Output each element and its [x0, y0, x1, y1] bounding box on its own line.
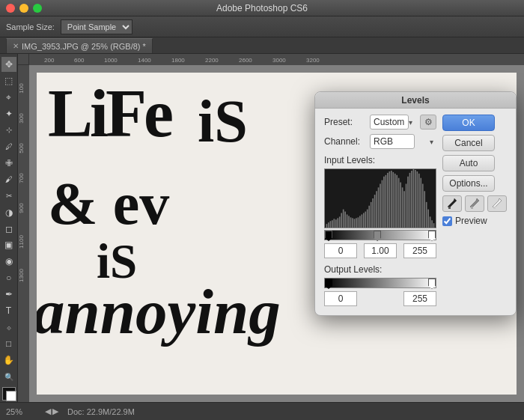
gear-button[interactable]: ⚙ [420, 115, 436, 130]
output-max-field[interactable] [403, 291, 436, 306]
background-color[interactable] [6, 391, 16, 401]
close-icon[interactable]: ✕ [13, 42, 19, 50]
svg-rect-62 [406, 184, 407, 228]
dodge-tool[interactable]: ○ [1, 270, 16, 285]
output-white-point-slider[interactable] [428, 279, 436, 289]
heal-tool[interactable]: ✙ [1, 156, 16, 171]
dialog-left: Preset: Custom ▾ ⚙ Channel: [315, 109, 436, 306]
input-midpoint-slider[interactable] [374, 231, 381, 241]
vertical-ruler: 100 300 500 700 900 1100 1300 [18, 65, 29, 402]
hand-tool[interactable]: ✋ [1, 353, 16, 368]
input-values-row [324, 243, 436, 258]
and-ev-text: & ev [48, 170, 169, 238]
input-black-point-slider[interactable] [325, 231, 332, 241]
svg-rect-38 [362, 214, 363, 228]
minimize-button[interactable] [19, 4, 28, 13]
svg-rect-42 [368, 206, 370, 228]
close-button[interactable] [6, 4, 15, 13]
history-brush-tool[interactable]: ◑ [1, 205, 16, 220]
lasso-tool[interactable]: ⌖ [1, 90, 16, 105]
life-text: LiFe [48, 80, 171, 147]
zoom-tool[interactable]: 🔍 [1, 369, 16, 384]
svg-text:2600: 2600 [239, 57, 252, 64]
move-tool[interactable]: ✥ [1, 57, 16, 72]
output-black-point-slider[interactable] [325, 279, 332, 289]
svg-rect-54 [391, 171, 392, 228]
preview-checkbox[interactable] [442, 216, 452, 226]
auto-button[interactable]: Auto [442, 155, 495, 171]
svg-rect-73 [426, 202, 427, 228]
output-min-field[interactable] [324, 291, 357, 306]
foreground-color[interactable] [2, 387, 16, 401]
input-levels-section: Input Levels: [324, 155, 436, 258]
svg-rect-34 [354, 219, 356, 228]
white-point-eyedropper[interactable] [487, 195, 507, 212]
preset-label: Preset: [324, 117, 365, 127]
svg-rect-27 [341, 213, 342, 228]
ruler-corner [18, 54, 29, 65]
svg-rect-52 [387, 173, 389, 228]
input-max-field[interactable] [403, 243, 436, 258]
type-tool[interactable]: T [1, 303, 16, 318]
magic-wand-tool[interactable]: ✦ [1, 106, 16, 121]
input-min-field[interactable] [324, 243, 357, 258]
svg-rect-68 [417, 171, 418, 228]
gradient-tool[interactable]: ▣ [1, 237, 16, 252]
svg-rect-77 [433, 223, 435, 228]
preset-arrow-icon: ▾ [409, 118, 412, 127]
next-arrow-icon[interactable]: ▶ [52, 407, 58, 416]
svg-rect-35 [356, 218, 357, 228]
marquee-tool[interactable]: ⬚ [1, 73, 16, 88]
svg-rect-57 [396, 175, 397, 228]
brush-tool[interactable]: 🖌 [1, 172, 16, 187]
path-selection-tool[interactable]: ⟐ [1, 320, 16, 335]
ruler-h-svg: 200 600 1000 1400 1800 2200 2600 3000 32… [29, 54, 524, 65]
svg-rect-78 [448, 207, 451, 209]
blur-tool[interactable]: ◉ [1, 254, 16, 269]
eraser-tool[interactable]: ◻ [1, 222, 16, 237]
maximize-button[interactable] [33, 4, 42, 13]
svg-rect-58 [398, 178, 400, 228]
input-slider-track[interactable] [324, 230, 436, 240]
ok-button[interactable]: OK [442, 115, 495, 131]
prev-arrow-icon[interactable]: ◀ [45, 407, 51, 416]
svg-rect-74 [427, 210, 429, 228]
main-area: ✥ ⬚ ⌖ ✦ ⊹ 🖊 ✙ 🖌 ✂ ◑ ◻ ▣ ◉ ○ ✒ T ⟐ □ ✋ 🔍 [0, 54, 524, 402]
svg-rect-26 [339, 216, 341, 228]
sample-size-select[interactable]: Point Sample [61, 19, 132, 34]
svg-rect-37 [359, 216, 361, 228]
svg-rect-29 [344, 212, 346, 228]
input-white-point-slider[interactable] [428, 231, 436, 241]
zoom-level: 25% [6, 407, 36, 416]
svg-rect-43 [371, 202, 372, 228]
svg-rect-75 [430, 216, 431, 228]
gray-point-eyedropper[interactable] [465, 195, 484, 212]
svg-rect-70 [420, 178, 421, 228]
status-bar: 25% ◀ ▶ Doc: 22.9M/22.9M [0, 402, 524, 420]
svg-rect-23 [334, 219, 335, 228]
crop-tool[interactable]: ⊹ [1, 123, 16, 138]
shape-tool[interactable]: □ [1, 336, 16, 351]
ruler-row-top: 200 600 1000 1400 1800 2200 2600 3000 32… [18, 54, 524, 65]
input-mid-field[interactable] [364, 243, 397, 258]
active-tab[interactable]: ✕ IMG_3953.JPG @ 25% (RGB/8) * [6, 38, 153, 53]
black-point-eyedropper[interactable] [442, 195, 462, 212]
svg-rect-31 [348, 216, 350, 228]
preview-label: Preview [455, 216, 487, 226]
pen-tool[interactable]: ✒ [1, 287, 16, 302]
options-button[interactable]: Options... [442, 175, 495, 192]
channel-row: Channel: RGB ▾ [324, 134, 436, 149]
annoying-text: annoying [37, 275, 281, 348]
svg-rect-69 [418, 174, 420, 228]
channel-select[interactable]: RGB [370, 134, 415, 149]
eyedropper-tool[interactable]: 🖊 [1, 139, 16, 154]
output-slider-track[interactable] [324, 278, 436, 288]
svg-rect-72 [424, 191, 425, 228]
dialog-title-bar: Levels [315, 92, 516, 109]
clone-tool[interactable]: ✂ [1, 189, 16, 204]
cancel-button[interactable]: Cancel [442, 135, 495, 151]
svg-rect-32 [350, 217, 352, 228]
svg-text:1100: 1100 [18, 235, 25, 249]
svg-rect-21 [330, 221, 332, 228]
preset-select[interactable]: Custom [370, 115, 409, 130]
